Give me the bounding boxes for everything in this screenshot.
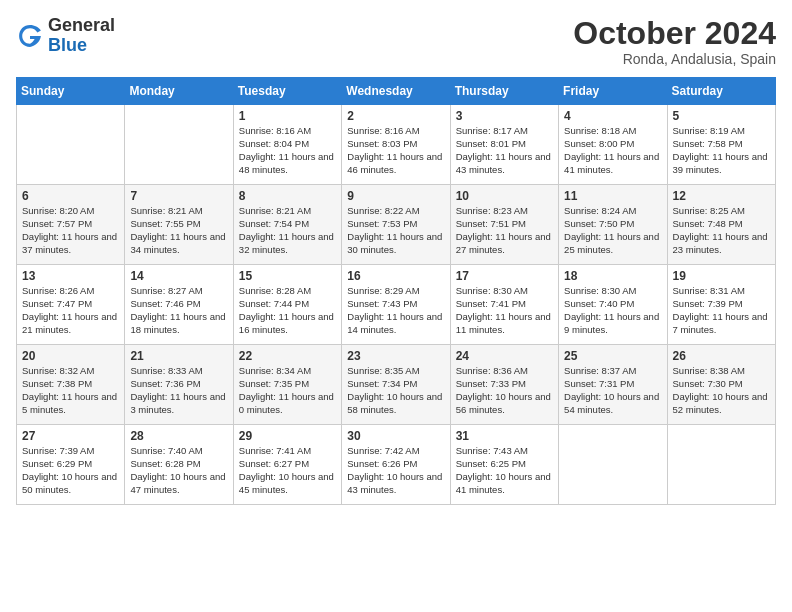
day-info: Sunrise: 8:30 AM Sunset: 7:40 PM Dayligh…	[564, 285, 661, 336]
day-number: 10	[456, 189, 553, 203]
calendar-week-row: 20Sunrise: 8:32 AM Sunset: 7:38 PM Dayli…	[17, 345, 776, 425]
weekday-header-row: SundayMondayTuesdayWednesdayThursdayFrid…	[17, 78, 776, 105]
day-info: Sunrise: 7:41 AM Sunset: 6:27 PM Dayligh…	[239, 445, 336, 496]
day-info: Sunrise: 8:25 AM Sunset: 7:48 PM Dayligh…	[673, 205, 770, 256]
calendar-cell: 7Sunrise: 8:21 AM Sunset: 7:55 PM Daylig…	[125, 185, 233, 265]
day-number: 28	[130, 429, 227, 443]
day-info: Sunrise: 8:31 AM Sunset: 7:39 PM Dayligh…	[673, 285, 770, 336]
day-number: 20	[22, 349, 119, 363]
day-info: Sunrise: 8:24 AM Sunset: 7:50 PM Dayligh…	[564, 205, 661, 256]
weekday-header-tuesday: Tuesday	[233, 78, 341, 105]
calendar-cell: 23Sunrise: 8:35 AM Sunset: 7:34 PM Dayli…	[342, 345, 450, 425]
day-number: 25	[564, 349, 661, 363]
calendar-cell: 31Sunrise: 7:43 AM Sunset: 6:25 PM Dayli…	[450, 425, 558, 505]
calendar-week-row: 6Sunrise: 8:20 AM Sunset: 7:57 PM Daylig…	[17, 185, 776, 265]
calendar-cell	[17, 105, 125, 185]
calendar-cell: 1Sunrise: 8:16 AM Sunset: 8:04 PM Daylig…	[233, 105, 341, 185]
calendar-cell	[125, 105, 233, 185]
day-number: 30	[347, 429, 444, 443]
day-number: 21	[130, 349, 227, 363]
day-number: 3	[456, 109, 553, 123]
day-number: 15	[239, 269, 336, 283]
calendar-cell: 29Sunrise: 7:41 AM Sunset: 6:27 PM Dayli…	[233, 425, 341, 505]
day-number: 17	[456, 269, 553, 283]
calendar-week-row: 13Sunrise: 8:26 AM Sunset: 7:47 PM Dayli…	[17, 265, 776, 345]
day-number: 19	[673, 269, 770, 283]
calendar-cell: 18Sunrise: 8:30 AM Sunset: 7:40 PM Dayli…	[559, 265, 667, 345]
weekday-header-saturday: Saturday	[667, 78, 775, 105]
day-info: Sunrise: 8:33 AM Sunset: 7:36 PM Dayligh…	[130, 365, 227, 416]
day-info: Sunrise: 8:37 AM Sunset: 7:31 PM Dayligh…	[564, 365, 661, 416]
page-header: General Blue October 2024 Ronda, Andalus…	[16, 16, 776, 67]
calendar-cell: 2Sunrise: 8:16 AM Sunset: 8:03 PM Daylig…	[342, 105, 450, 185]
day-info: Sunrise: 8:28 AM Sunset: 7:44 PM Dayligh…	[239, 285, 336, 336]
day-number: 11	[564, 189, 661, 203]
calendar-cell	[667, 425, 775, 505]
calendar-cell: 11Sunrise: 8:24 AM Sunset: 7:50 PM Dayli…	[559, 185, 667, 265]
calendar-week-row: 1Sunrise: 8:16 AM Sunset: 8:04 PM Daylig…	[17, 105, 776, 185]
day-number: 7	[130, 189, 227, 203]
day-info: Sunrise: 7:42 AM Sunset: 6:26 PM Dayligh…	[347, 445, 444, 496]
day-number: 12	[673, 189, 770, 203]
calendar-cell: 13Sunrise: 8:26 AM Sunset: 7:47 PM Dayli…	[17, 265, 125, 345]
day-info: Sunrise: 8:19 AM Sunset: 7:58 PM Dayligh…	[673, 125, 770, 176]
calendar-cell	[559, 425, 667, 505]
calendar-cell: 22Sunrise: 8:34 AM Sunset: 7:35 PM Dayli…	[233, 345, 341, 425]
day-number: 18	[564, 269, 661, 283]
logo: General Blue	[16, 16, 115, 56]
day-info: Sunrise: 7:40 AM Sunset: 6:28 PM Dayligh…	[130, 445, 227, 496]
day-info: Sunrise: 8:29 AM Sunset: 7:43 PM Dayligh…	[347, 285, 444, 336]
day-info: Sunrise: 8:34 AM Sunset: 7:35 PM Dayligh…	[239, 365, 336, 416]
calendar-cell: 20Sunrise: 8:32 AM Sunset: 7:38 PM Dayli…	[17, 345, 125, 425]
day-info: Sunrise: 8:27 AM Sunset: 7:46 PM Dayligh…	[130, 285, 227, 336]
calendar-cell: 28Sunrise: 7:40 AM Sunset: 6:28 PM Dayli…	[125, 425, 233, 505]
day-number: 1	[239, 109, 336, 123]
day-info: Sunrise: 8:16 AM Sunset: 8:04 PM Dayligh…	[239, 125, 336, 176]
day-number: 2	[347, 109, 444, 123]
title-block: October 2024 Ronda, Andalusia, Spain	[573, 16, 776, 67]
day-info: Sunrise: 8:38 AM Sunset: 7:30 PM Dayligh…	[673, 365, 770, 416]
day-number: 29	[239, 429, 336, 443]
day-info: Sunrise: 8:22 AM Sunset: 7:53 PM Dayligh…	[347, 205, 444, 256]
weekday-header-sunday: Sunday	[17, 78, 125, 105]
calendar-cell: 27Sunrise: 7:39 AM Sunset: 6:29 PM Dayli…	[17, 425, 125, 505]
day-number: 24	[456, 349, 553, 363]
month-year-title: October 2024	[573, 16, 776, 51]
calendar-cell: 14Sunrise: 8:27 AM Sunset: 7:46 PM Dayli…	[125, 265, 233, 345]
day-info: Sunrise: 8:20 AM Sunset: 7:57 PM Dayligh…	[22, 205, 119, 256]
day-number: 27	[22, 429, 119, 443]
weekday-header-monday: Monday	[125, 78, 233, 105]
calendar-cell: 26Sunrise: 8:38 AM Sunset: 7:30 PM Dayli…	[667, 345, 775, 425]
day-number: 4	[564, 109, 661, 123]
day-info: Sunrise: 8:18 AM Sunset: 8:00 PM Dayligh…	[564, 125, 661, 176]
day-number: 8	[239, 189, 336, 203]
day-info: Sunrise: 8:35 AM Sunset: 7:34 PM Dayligh…	[347, 365, 444, 416]
day-number: 6	[22, 189, 119, 203]
day-number: 14	[130, 269, 227, 283]
logo-icon	[16, 22, 44, 50]
calendar-cell: 19Sunrise: 8:31 AM Sunset: 7:39 PM Dayli…	[667, 265, 775, 345]
day-info: Sunrise: 8:16 AM Sunset: 8:03 PM Dayligh…	[347, 125, 444, 176]
weekday-header-thursday: Thursday	[450, 78, 558, 105]
day-info: Sunrise: 8:32 AM Sunset: 7:38 PM Dayligh…	[22, 365, 119, 416]
calendar-table: SundayMondayTuesdayWednesdayThursdayFrid…	[16, 77, 776, 505]
day-info: Sunrise: 8:17 AM Sunset: 8:01 PM Dayligh…	[456, 125, 553, 176]
calendar-cell: 15Sunrise: 8:28 AM Sunset: 7:44 PM Dayli…	[233, 265, 341, 345]
calendar-cell: 30Sunrise: 7:42 AM Sunset: 6:26 PM Dayli…	[342, 425, 450, 505]
calendar-cell: 8Sunrise: 8:21 AM Sunset: 7:54 PM Daylig…	[233, 185, 341, 265]
calendar-cell: 6Sunrise: 8:20 AM Sunset: 7:57 PM Daylig…	[17, 185, 125, 265]
calendar-cell: 12Sunrise: 8:25 AM Sunset: 7:48 PM Dayli…	[667, 185, 775, 265]
day-number: 31	[456, 429, 553, 443]
day-info: Sunrise: 7:43 AM Sunset: 6:25 PM Dayligh…	[456, 445, 553, 496]
calendar-cell: 10Sunrise: 8:23 AM Sunset: 7:51 PM Dayli…	[450, 185, 558, 265]
logo-blue: Blue	[48, 35, 87, 55]
calendar-cell: 17Sunrise: 8:30 AM Sunset: 7:41 PM Dayli…	[450, 265, 558, 345]
location-subtitle: Ronda, Andalusia, Spain	[573, 51, 776, 67]
day-info: Sunrise: 8:21 AM Sunset: 7:54 PM Dayligh…	[239, 205, 336, 256]
calendar-cell: 16Sunrise: 8:29 AM Sunset: 7:43 PM Dayli…	[342, 265, 450, 345]
calendar-week-row: 27Sunrise: 7:39 AM Sunset: 6:29 PM Dayli…	[17, 425, 776, 505]
day-info: Sunrise: 8:36 AM Sunset: 7:33 PM Dayligh…	[456, 365, 553, 416]
day-info: Sunrise: 8:30 AM Sunset: 7:41 PM Dayligh…	[456, 285, 553, 336]
day-number: 9	[347, 189, 444, 203]
day-number: 22	[239, 349, 336, 363]
